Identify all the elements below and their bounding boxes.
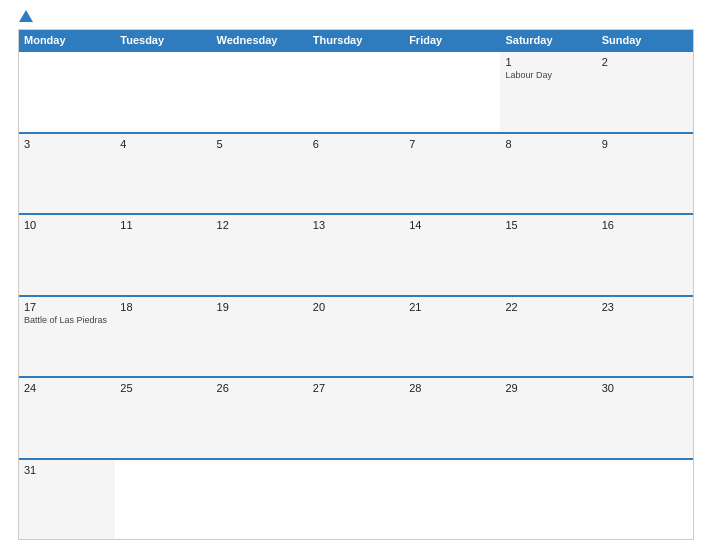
day-number: 31 — [24, 464, 110, 476]
day-number: 2 — [602, 56, 688, 68]
week-row-2: 3456789 — [19, 132, 693, 214]
day-cell: 27 — [308, 378, 404, 458]
day-number: 15 — [505, 219, 591, 231]
day-cell: 8 — [500, 134, 596, 214]
day-header-tuesday: Tuesday — [115, 30, 211, 50]
day-number: 17 — [24, 301, 110, 313]
day-header-thursday: Thursday — [308, 30, 404, 50]
day-cell: 5 — [212, 134, 308, 214]
day-number: 22 — [505, 301, 591, 313]
week-row-4: 17Battle of Las Piedras181920212223 — [19, 295, 693, 377]
day-header-saturday: Saturday — [500, 30, 596, 50]
day-number: 25 — [120, 382, 206, 394]
day-number: 29 — [505, 382, 591, 394]
day-cell: 25 — [115, 378, 211, 458]
day-cell: 12 — [212, 215, 308, 295]
day-number: 19 — [217, 301, 303, 313]
day-cell: 21 — [404, 297, 500, 377]
day-cell: 1Labour Day — [500, 52, 596, 132]
day-number: 24 — [24, 382, 110, 394]
day-cell — [597, 460, 693, 540]
day-number: 18 — [120, 301, 206, 313]
day-number: 30 — [602, 382, 688, 394]
day-cell: 4 — [115, 134, 211, 214]
day-cell: 16 — [597, 215, 693, 295]
day-number: 6 — [313, 138, 399, 150]
day-cell: 14 — [404, 215, 500, 295]
day-number: 8 — [505, 138, 591, 150]
day-headers-row: MondayTuesdayWednesdayThursdayFridaySatu… — [19, 30, 693, 50]
day-number: 20 — [313, 301, 399, 313]
day-number: 1 — [505, 56, 591, 68]
day-cell — [115, 52, 211, 132]
day-cell: 17Battle of Las Piedras — [19, 297, 115, 377]
day-number: 9 — [602, 138, 688, 150]
day-number: 13 — [313, 219, 399, 231]
day-cell — [404, 460, 500, 540]
day-cell: 2 — [597, 52, 693, 132]
holiday-name: Battle of Las Piedras — [24, 315, 110, 326]
day-cell — [212, 460, 308, 540]
day-cell: 10 — [19, 215, 115, 295]
day-cell: 30 — [597, 378, 693, 458]
day-cell — [308, 52, 404, 132]
day-number: 23 — [602, 301, 688, 313]
day-cell — [19, 52, 115, 132]
day-number: 7 — [409, 138, 495, 150]
day-cell: 23 — [597, 297, 693, 377]
day-header-wednesday: Wednesday — [212, 30, 308, 50]
weeks-container: 1Labour Day234567891011121314151617Battl… — [19, 50, 693, 539]
day-header-sunday: Sunday — [597, 30, 693, 50]
day-header-monday: Monday — [19, 30, 115, 50]
day-number: 12 — [217, 219, 303, 231]
day-number: 27 — [313, 382, 399, 394]
day-number: 10 — [24, 219, 110, 231]
day-cell: 7 — [404, 134, 500, 214]
day-cell: 15 — [500, 215, 596, 295]
day-number: 14 — [409, 219, 495, 231]
holiday-name: Labour Day — [505, 70, 591, 81]
day-cell — [404, 52, 500, 132]
day-number: 5 — [217, 138, 303, 150]
day-cell: 20 — [308, 297, 404, 377]
day-cell: 3 — [19, 134, 115, 214]
day-number: 11 — [120, 219, 206, 231]
header — [18, 10, 694, 23]
logo — [18, 10, 34, 23]
day-header-friday: Friday — [404, 30, 500, 50]
week-row-1: 1Labour Day2 — [19, 50, 693, 132]
day-number: 16 — [602, 219, 688, 231]
day-cell — [308, 460, 404, 540]
logo-triangle-icon — [19, 10, 33, 22]
week-row-5: 24252627282930 — [19, 376, 693, 458]
calendar: MondayTuesdayWednesdayThursdayFridaySatu… — [18, 29, 694, 540]
day-cell: 26 — [212, 378, 308, 458]
week-row-6: 31 — [19, 458, 693, 540]
day-cell: 29 — [500, 378, 596, 458]
day-cell — [212, 52, 308, 132]
day-number: 26 — [217, 382, 303, 394]
week-row-3: 10111213141516 — [19, 213, 693, 295]
day-cell — [115, 460, 211, 540]
day-number: 3 — [24, 138, 110, 150]
day-number: 4 — [120, 138, 206, 150]
day-cell: 18 — [115, 297, 211, 377]
day-cell: 31 — [19, 460, 115, 540]
day-cell: 24 — [19, 378, 115, 458]
day-number: 21 — [409, 301, 495, 313]
day-number: 28 — [409, 382, 495, 394]
day-cell — [500, 460, 596, 540]
day-cell: 13 — [308, 215, 404, 295]
page: MondayTuesdayWednesdayThursdayFridaySatu… — [0, 0, 712, 550]
day-cell: 28 — [404, 378, 500, 458]
day-cell: 11 — [115, 215, 211, 295]
day-cell: 6 — [308, 134, 404, 214]
day-cell: 19 — [212, 297, 308, 377]
day-cell: 22 — [500, 297, 596, 377]
day-cell: 9 — [597, 134, 693, 214]
